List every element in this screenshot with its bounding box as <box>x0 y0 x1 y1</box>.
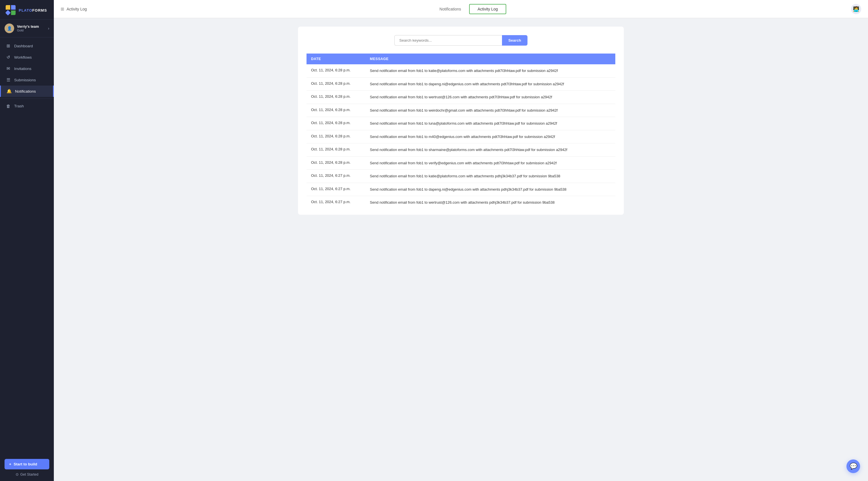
cell-date: Oct. 11, 2024, 6:27 p.m. <box>307 183 366 196</box>
cell-date: Oct. 11, 2024, 6:28 p.m. <box>307 130 366 143</box>
breadcrumb: ⊞ Activity Log <box>61 6 87 11</box>
sidebar-item-label: Workflows <box>14 55 32 60</box>
table-body: Oct. 11, 2024, 6:28 p.m. Send notificati… <box>307 64 615 209</box>
cell-message: Send notification email from fob1 to kat… <box>366 170 615 183</box>
user-avatar[interactable]: 🧑‍💻 <box>851 4 861 14</box>
cell-date: Oct. 11, 2024, 6:27 p.m. <box>307 170 366 183</box>
cell-message: Send notification email from fob1 to ver… <box>366 156 615 170</box>
start-build-button[interactable]: + Start to build <box>4 459 49 470</box>
logo-area: PLATOFORMS <box>0 0 54 20</box>
table-row: Oct. 11, 2024, 6:28 p.m. Send notificati… <box>307 143 615 157</box>
sidebar-item-label: Notifications <box>15 89 36 94</box>
table-row: Oct. 11, 2024, 6:28 p.m. Send notificati… <box>307 130 615 143</box>
dashboard-icon: ⊞ <box>6 43 11 49</box>
start-build-label: Start to build <box>13 462 37 466</box>
sidebar-item-label: Invitations <box>14 67 31 71</box>
table-row: Oct. 11, 2024, 6:28 p.m. Send notificati… <box>307 91 615 104</box>
search-button[interactable]: Search <box>502 35 527 45</box>
cell-date: Oct. 11, 2024, 6:28 p.m. <box>307 64 366 77</box>
activity-log-card: Search DATE MESSAGE Oct. 11, 2024, 6:28 … <box>298 27 624 215</box>
sidebar-item-notifications[interactable]: 🔔 Notifications <box>0 86 54 97</box>
cell-date: Oct. 11, 2024, 6:28 p.m. <box>307 156 366 170</box>
sidebar-bottom: + Start to build ⊙ Get Started <box>0 454 54 481</box>
cell-date: Oct. 11, 2024, 6:27 p.m. <box>307 196 366 209</box>
cell-message: Send notification email from fob1 to wei… <box>366 104 615 117</box>
invitations-icon: ✉ <box>6 66 11 71</box>
cell-message: Send notification email from fob1 to wer… <box>366 196 615 209</box>
trash-icon: 🗑 <box>6 104 11 108</box>
main-content: ⊞ Activity Log Notifications Activity Lo… <box>54 0 868 481</box>
cell-message: Send notification email from fob1 to m40… <box>366 130 615 143</box>
cell-message: Send notification email from fob1 to dap… <box>366 77 615 91</box>
tab-bar: Notifications Activity Log <box>92 4 846 14</box>
sidebar-item-label: Trash <box>14 104 24 108</box>
divider <box>0 99 54 99</box>
logo-icon <box>6 5 16 15</box>
sidebar-nav: ⊞ Dashboard ↺ Workflows ✉ Invitations ☰ … <box>0 37 54 454</box>
col-date: DATE <box>307 54 366 64</box>
cell-message: Send notification email from fob1 to wer… <box>366 91 615 104</box>
tab-notifications[interactable]: Notifications <box>431 4 469 14</box>
topbar-right: 🧑‍💻 <box>851 4 861 14</box>
avatar: 👤 <box>4 24 14 33</box>
logo-shape-bl <box>5 10 10 15</box>
team-selector[interactable]: 👤 Verriy's team Gold › <box>0 20 54 37</box>
get-started-label: Get Started <box>21 473 38 477</box>
search-row: Search <box>307 35 615 45</box>
cell-date: Oct. 11, 2024, 6:28 p.m. <box>307 117 366 130</box>
table-row: Oct. 11, 2024, 6:28 p.m. Send notificati… <box>307 77 615 91</box>
plus-icon: + <box>9 462 11 466</box>
sidebar-item-workflows[interactable]: ↺ Workflows <box>0 52 54 63</box>
topbar: ⊞ Activity Log Notifications Activity Lo… <box>54 0 868 18</box>
cell-date: Oct. 11, 2024, 6:28 p.m. <box>307 91 366 104</box>
topbar-page-title: Activity Log <box>67 7 87 11</box>
sidebar-item-dashboard[interactable]: ⊞ Dashboard <box>0 40 54 52</box>
sidebar-item-invitations[interactable]: ✉ Invitations <box>0 63 54 74</box>
table-row: Oct. 11, 2024, 6:27 p.m. Send notificati… <box>307 183 615 196</box>
logo-shape-tr <box>11 5 16 10</box>
get-started-link[interactable]: ⊙ Get Started <box>4 472 49 477</box>
chat-icon: 💬 <box>849 462 857 470</box>
activity-log-icon: ⊞ <box>61 6 64 11</box>
sidebar-item-trash[interactable]: 🗑 Trash <box>0 101 54 111</box>
col-message: MESSAGE <box>366 54 615 64</box>
table-row: Oct. 11, 2024, 6:28 p.m. Send notificati… <box>307 156 615 170</box>
cell-date: Oct. 11, 2024, 6:28 p.m. <box>307 77 366 91</box>
cell-date: Oct. 11, 2024, 6:28 p.m. <box>307 104 366 117</box>
team-info: Verriy's team Gold <box>17 25 45 32</box>
chevron-right-icon: › <box>48 26 49 31</box>
sidebar-item-submissions[interactable]: ☰ Submissions <box>0 74 54 86</box>
cell-message: Send notification email from fob1 to dap… <box>366 183 615 196</box>
table-row: Oct. 11, 2024, 6:27 p.m. Send notificati… <box>307 196 615 209</box>
submissions-icon: ☰ <box>6 77 11 83</box>
cell-message: Send notification email from fob1 to kat… <box>366 64 615 77</box>
activity-log-table: DATE MESSAGE Oct. 11, 2024, 6:28 p.m. Se… <box>307 54 615 209</box>
logo-shape-tl <box>6 5 10 10</box>
team-name: Verriy's team <box>17 25 45 29</box>
cell-message: Send notification email from fob1 to lun… <box>366 117 615 130</box>
table-header: DATE MESSAGE <box>307 54 615 64</box>
notifications-icon: 🔔 <box>6 89 11 94</box>
search-input[interactable] <box>394 35 502 45</box>
table-row: Oct. 11, 2024, 6:28 p.m. Send notificati… <box>307 117 615 130</box>
logo-shape-br <box>11 10 16 15</box>
chat-button[interactable]: 💬 <box>846 459 860 473</box>
tab-activity-log[interactable]: Activity Log <box>469 4 506 14</box>
circle-help-icon: ⊙ <box>16 472 19 477</box>
table-row: Oct. 11, 2024, 6:28 p.m. Send notificati… <box>307 104 615 117</box>
content-area: Search DATE MESSAGE Oct. 11, 2024, 6:28 … <box>54 18 868 481</box>
sidebar-item-label: Dashboard <box>14 44 33 48</box>
table-row: Oct. 11, 2024, 6:27 p.m. Send notificati… <box>307 170 615 183</box>
brand-name: PLATOFORMS <box>19 8 47 12</box>
team-plan: Gold <box>17 29 45 32</box>
cell-message: Send notification email from fob1 to sha… <box>366 143 615 157</box>
table-row: Oct. 11, 2024, 6:28 p.m. Send notificati… <box>307 64 615 77</box>
workflows-icon: ↺ <box>6 55 11 60</box>
sidebar-item-label: Submissions <box>14 78 36 82</box>
cell-date: Oct. 11, 2024, 6:28 p.m. <box>307 143 366 157</box>
sidebar: PLATOFORMS 👤 Verriy's team Gold › ⊞ Dash… <box>0 0 54 481</box>
